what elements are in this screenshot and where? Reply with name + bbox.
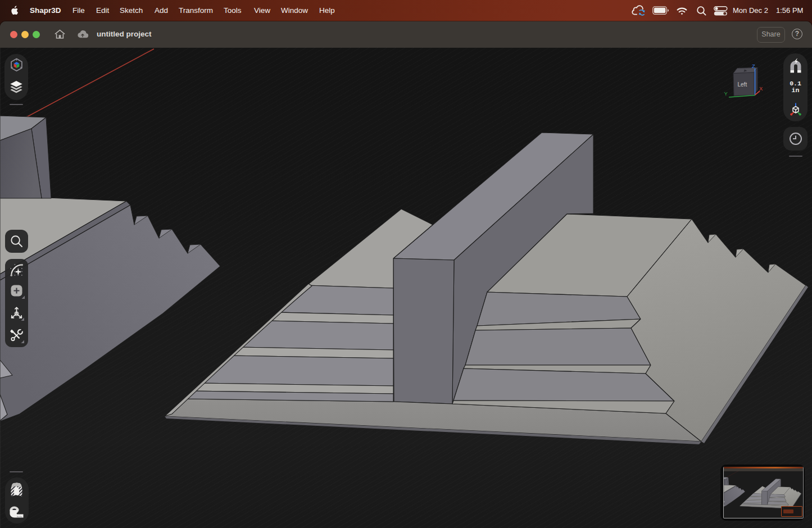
- svg-text:Left: Left: [738, 81, 747, 88]
- svg-text:X: X: [759, 85, 763, 92]
- svg-text:Z: Z: [752, 63, 755, 69]
- svg-text:Y: Y: [724, 90, 728, 97]
